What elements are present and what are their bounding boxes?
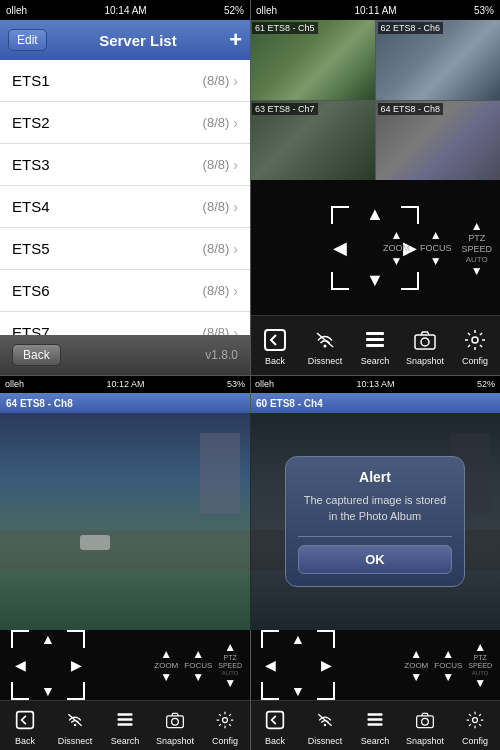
snapshot-tool-label: Snapshot <box>406 356 444 366</box>
list-item[interactable]: ETS1 (8/8) › <box>0 60 250 102</box>
search-tool-bl[interactable]: Search <box>105 706 145 746</box>
list-item[interactable]: ETS5 (8/8) › <box>0 228 250 270</box>
camera-cell-1[interactable]: 61 ETS8 - Ch5 <box>250 20 375 100</box>
svg-rect-23 <box>368 723 383 726</box>
ptz-right-bl[interactable]: ▶ <box>71 657 82 673</box>
config-tool[interactable]: Config <box>455 326 495 366</box>
back-tool-bl[interactable]: Back <box>5 706 45 746</box>
cam-header-br: 60 ETS8 - Ch4 <box>250 393 500 413</box>
ptz-up-bl[interactable]: ▲ <box>41 631 55 647</box>
snapshot-tool[interactable]: Snapshot <box>405 326 445 366</box>
server-list: ETS1 (8/8) › ETS2 (8/8) › ETS3 (8/8) › E… <box>0 60 250 335</box>
vehicle-bl <box>80 535 110 550</box>
corner-tl-icon <box>331 206 349 224</box>
list-item[interactable]: ETS6 (8/8) › <box>0 270 250 312</box>
ptz-left-br[interactable]: ◀ <box>265 657 276 673</box>
svg-rect-13 <box>118 718 133 721</box>
disconnect-label-bl: Dissnect <box>58 736 93 746</box>
svg-point-16 <box>172 718 179 725</box>
zoom-up-bl[interactable]: ▲ <box>160 648 172 660</box>
svg-rect-24 <box>417 715 434 727</box>
config-tool-bl[interactable]: Config <box>205 706 245 746</box>
ptz-controls-br: ▲ ◀ ▶ ▼ ▲ ZOOM ▼ ▲ FOCUS ▼ ▲ PTZ SPEE <box>250 630 500 700</box>
focus-control: ▲ FOCUS ▼ <box>420 229 452 267</box>
corner-bl-br <box>261 682 279 700</box>
zoom-down-button[interactable]: ▼ <box>391 255 403 267</box>
center-bl <box>45 662 51 668</box>
version-label: v1.8.0 <box>205 348 238 362</box>
camera-view-bl[interactable] <box>0 413 250 630</box>
back-button[interactable]: Back <box>12 344 61 366</box>
speed-down-br[interactable]: ▼ <box>474 677 486 689</box>
ptz-left-bl[interactable]: ◀ <box>15 657 26 673</box>
zoom-down-bl[interactable]: ▼ <box>160 671 172 683</box>
wifi-icon-bl <box>61 706 89 734</box>
ptz-down-br[interactable]: ▼ <box>291 683 305 699</box>
carrier-br: olleh <box>255 379 274 389</box>
camera-grid-panel: olleh 10:11 AM 53% 61 ETS8 - Ch5 62 ETS8… <box>250 0 500 375</box>
camera-cell-3[interactable]: 63 ETS8 - Ch7 <box>250 101 375 181</box>
zoom-down-br[interactable]: ▼ <box>410 671 422 683</box>
svg-point-17 <box>223 717 228 722</box>
speed-up-bl[interactable]: ▲ <box>224 641 236 653</box>
svg-point-26 <box>473 717 478 722</box>
focus-up-button[interactable]: ▲ <box>430 229 442 241</box>
horizontal-divider <box>0 375 500 376</box>
speed-down-button[interactable]: ▼ <box>471 264 483 276</box>
edit-button[interactable]: Edit <box>8 29 47 51</box>
search-tool-br[interactable]: Search <box>355 706 395 746</box>
zoom-up-button[interactable]: ▲ <box>391 229 403 241</box>
disconnect-tool-br[interactable]: Dissnect <box>305 706 345 746</box>
gear-icon <box>461 326 489 354</box>
alert-dialog: Alert The captured image is stored in th… <box>285 456 465 587</box>
add-server-button[interactable]: + <box>229 27 242 53</box>
nav-bar: Edit Server List + <box>0 20 250 60</box>
snapshot-tool-br[interactable]: Snapshot <box>405 706 445 746</box>
svg-point-8 <box>472 337 478 343</box>
ptz-down-button[interactable]: ▼ <box>366 270 384 291</box>
ptz-panel-tr: ▲ ◀ ▶ ▼ ▲ ZOOM ▼ ▲ FOCUS ▼ <box>250 180 500 375</box>
camera-view-panel-br: olleh 10:13 AM 52% 60 ETS8 - Ch4 Alert T… <box>250 375 500 750</box>
svg-rect-6 <box>415 335 435 349</box>
focus-down-br[interactable]: ▼ <box>442 671 454 683</box>
svg-rect-0 <box>265 330 285 350</box>
battery-bl: 53% <box>227 379 245 389</box>
camera-cell-4[interactable]: 64 ETS8 - Ch8 <box>376 101 501 181</box>
zoom-up-br[interactable]: ▲ <box>410 648 422 660</box>
snapshot-tool-bl[interactable]: Snapshot <box>155 706 195 746</box>
focus-down-bl[interactable]: ▼ <box>192 671 204 683</box>
search-icon-bl <box>111 706 139 734</box>
camera-cell-2[interactable]: 62 ETS8 - Ch6 <box>376 20 501 100</box>
ptz-up-br[interactable]: ▲ <box>291 631 305 647</box>
building-overlay-bl <box>200 433 240 513</box>
ptz-right-br[interactable]: ▶ <box>321 657 332 673</box>
svg-rect-18 <box>267 711 284 728</box>
search-label-br: Search <box>361 736 390 746</box>
back-tool[interactable]: Back <box>255 326 295 366</box>
speed-up-button[interactable]: ▲ <box>471 219 483 231</box>
back-tool-br[interactable]: Back <box>255 706 295 746</box>
disconnect-tool[interactable]: Dissnect <box>305 326 345 366</box>
speed-down-bl[interactable]: ▼ <box>224 677 236 689</box>
camera-view-br[interactable]: Alert The captured image is stored in th… <box>250 413 500 630</box>
ptz-left-button[interactable]: ◀ <box>333 237 347 259</box>
list-item[interactable]: ETS3 (8/8) › <box>0 144 250 186</box>
list-item[interactable]: ETS7 (8/8) › <box>0 312 250 335</box>
corner-tr-bl <box>67 630 85 648</box>
focus-up-bl[interactable]: ▲ <box>192 648 204 660</box>
config-tool-br[interactable]: Config <box>455 706 495 746</box>
disconnect-tool-bl[interactable]: Dissnect <box>55 706 95 746</box>
search-tool[interactable]: Search <box>355 326 395 366</box>
list-item[interactable]: ETS2 (8/8) › <box>0 102 250 144</box>
speed-up-br[interactable]: ▲ <box>474 641 486 653</box>
focus-down-button[interactable]: ▼ <box>430 255 442 267</box>
time-br: 10:13 AM <box>356 379 394 389</box>
focus-up-br[interactable]: ▲ <box>442 648 454 660</box>
ptz-down-bl[interactable]: ▼ <box>41 683 55 699</box>
list-item[interactable]: ETS4 (8/8) › <box>0 186 250 228</box>
camera-label-1: 61 ETS8 - Ch5 <box>252 22 318 34</box>
svg-point-19 <box>324 723 327 726</box>
alert-ok-button[interactable]: OK <box>298 545 452 574</box>
battery-tl: 52% <box>224 5 244 16</box>
ptz-up-button[interactable]: ▲ <box>366 204 384 225</box>
